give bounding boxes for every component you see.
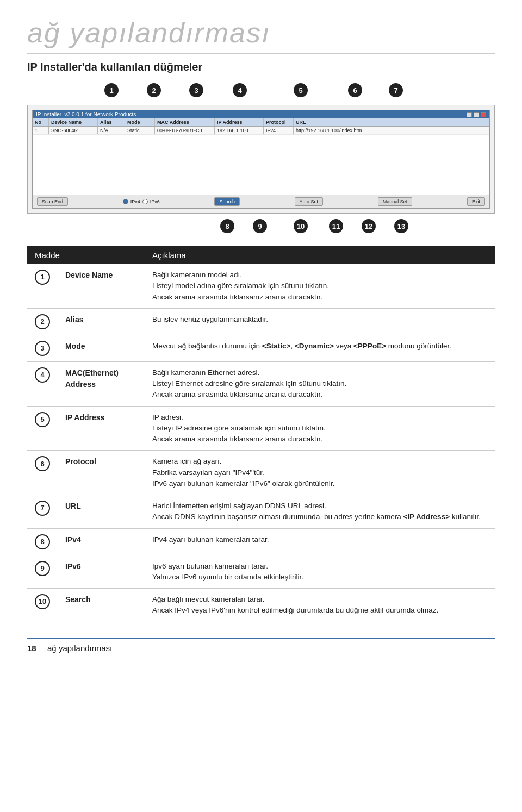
num-10-bot: 10	[294, 219, 308, 233]
ss-scan-end-btn[interactable]: Scan End	[37, 197, 68, 206]
row-number-cell: 8	[27, 528, 58, 555]
row-desc-cell: Kamera için ağ ayarı. Fabrika varsayılan…	[145, 451, 495, 495]
row-term-cell: IP Address	[58, 406, 145, 451]
row-term-cell: IPv4	[58, 528, 145, 555]
page-subtitle: IP Installer'da kullanılan düğmeler	[27, 61, 495, 73]
top-number-row: 1 2 3 4 5 6 7	[27, 83, 495, 104]
page-title: ağ yapılandırması	[27, 16, 495, 54]
screenshot-area: IP Installer_v2.0.0.1 for Network Produc…	[27, 105, 495, 214]
table-row: 4MAC(Ethernet) AddressBağlı kameranın Et…	[27, 361, 495, 406]
ss-titlebar: IP Installer_v2.0.0.1 for Network Produc…	[33, 110, 489, 118]
page-number: 18_	[27, 644, 41, 653]
row-desc-cell: IP adresi. Listeyi IP adresine göre sıra…	[145, 406, 495, 451]
item-number-badge: 4	[35, 367, 50, 383]
row-desc-cell: Bağlı kameranın model adı. Listeyi model…	[145, 264, 495, 308]
table-row: 2AliasBu işlev henüz uygulanmamaktadır.	[27, 308, 495, 335]
table-row: 6ProtocolKamera için ağ ayarı. Fabrika v…	[27, 451, 495, 495]
ss-ipv6-label: IPv6	[150, 199, 160, 204]
ss-exit-btn[interactable]: Exit	[467, 197, 485, 206]
table-header-row: Madde Açıklama	[27, 246, 495, 264]
ss-auto-set-btn[interactable]: Auto Set	[295, 197, 324, 206]
item-number-badge: 2	[35, 314, 50, 329]
ss-search-btn[interactable]: Search	[214, 197, 240, 206]
num-7-top: 7	[389, 83, 403, 97]
row-term-cell: URL	[58, 495, 145, 529]
item-number-badge: 8	[35, 534, 50, 549]
ss-title: IP Installer_v2.0.0.1 for Network Produc…	[36, 111, 136, 117]
row-desc-cell: IPv4 ayarı bulunan kameraları tarar.	[145, 528, 495, 555]
bottom-number-row: 8 9 10 11 12 13	[27, 217, 495, 238]
row-term-cell: Device Name	[58, 264, 145, 308]
row-term-cell: Alias	[58, 308, 145, 335]
ss-manual-set-btn[interactable]: Manual Set	[378, 197, 413, 206]
ss-table-row: 1 SNO-6084R N/A Static 00-09-18-70-9B1-C…	[33, 127, 489, 135]
row-number-cell: 5	[27, 406, 58, 451]
ss-ipv6-radio[interactable]	[142, 199, 148, 204]
num-6-top: 6	[348, 83, 362, 97]
row-number-cell: 7	[27, 495, 58, 529]
col-header-madde: Madde	[27, 246, 145, 264]
table-row: 5IP AddressIP adresi. Listeyi IP adresin…	[27, 406, 495, 451]
page-footer: 18_ ağ yapılandırması	[27, 638, 495, 653]
item-number-badge: 3	[35, 341, 50, 356]
row-desc-cell: Harici İnternetten erişimi sağlayan DDNS…	[145, 495, 495, 529]
ss-table-header: No Device Name Alias Mode MAC Address IP…	[33, 118, 489, 127]
row-desc-cell: Bu işlev henüz uygulanmamaktadır.	[145, 308, 495, 335]
row-number-cell: 1	[27, 264, 58, 308]
main-table: Madde Açıklama 1Device NameBağlı kameran…	[27, 246, 495, 622]
row-desc-cell: Bağlı kameranın Ethernet adresi. Listeyi…	[145, 361, 495, 406]
table-row: 3ModeMevcut ağ bağlantısı durumu için <S…	[27, 335, 495, 361]
row-term-cell: MAC(Ethernet) Address	[58, 361, 145, 406]
item-number-badge: 5	[35, 412, 50, 427]
table-row: 10SearchAğa bağlı mevcut kameraları tara…	[27, 589, 495, 622]
num-1-top: 1	[104, 83, 119, 97]
num-5-top: 5	[294, 83, 308, 97]
table-row: 9IPv6Ipv6 ayarı bulunan kameraları tarar…	[27, 555, 495, 589]
footer-title: ağ yapılandırması	[47, 644, 112, 653]
row-number-cell: 3	[27, 335, 58, 361]
item-number-badge: 10	[35, 594, 50, 609]
row-desc-cell: Ipv6 ayarı bulunan kameraları tarar. Yal…	[145, 555, 495, 589]
num-4-top: 4	[233, 83, 247, 97]
ss-footer: Scan End IPv4 IPv6 Search Auto Set Manua…	[33, 195, 489, 208]
row-term-cell: Mode	[58, 335, 145, 361]
num-11-bot: 11	[329, 219, 343, 233]
row-number-cell: 2	[27, 308, 58, 335]
table-row: 7URLHarici İnternetten erişimi sağlayan …	[27, 495, 495, 529]
num-12-bot: 12	[362, 219, 376, 233]
num-3-top: 3	[189, 83, 203, 97]
ss-ipv4-radio[interactable]	[123, 199, 128, 204]
num-8-bot: 8	[220, 219, 234, 233]
table-row: 1Device NameBağlı kameranın model adı. L…	[27, 264, 495, 308]
col-header-aciklama: Açıklama	[145, 246, 495, 264]
row-number-cell: 6	[27, 451, 58, 495]
row-term-cell: Protocol	[58, 451, 145, 495]
row-term-cell: Search	[58, 589, 145, 622]
num-9-bot: 9	[253, 219, 267, 233]
item-number-badge: 7	[35, 501, 50, 516]
item-number-badge: 9	[35, 561, 50, 576]
item-number-badge: 6	[35, 456, 50, 471]
table-row: 8IPv4IPv4 ayarı bulunan kameraları tarar…	[27, 528, 495, 555]
num-2-top: 2	[147, 83, 161, 97]
row-desc-cell: Mevcut ağ bağlantısı durumu için <Static…	[145, 335, 495, 361]
row-number-cell: 9	[27, 555, 58, 589]
item-number-badge: 1	[35, 270, 50, 285]
row-number-cell: 10	[27, 589, 58, 622]
row-desc-cell: Ağa bağlı mevcut kameraları tarar. Ancak…	[145, 589, 495, 622]
ss-ipv4-label: IPv4	[130, 199, 140, 204]
row-term-cell: IPv6	[58, 555, 145, 589]
num-13-bot: 13	[394, 219, 408, 233]
row-number-cell: 4	[27, 361, 58, 406]
